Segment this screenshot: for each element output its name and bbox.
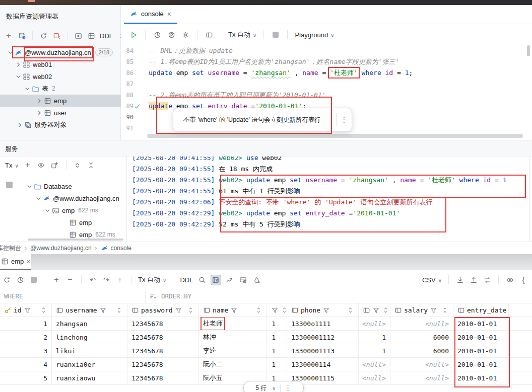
run-icon[interactable] (129, 30, 138, 39)
toolbar-item[interactable] (29, 275, 38, 284)
add-icon[interactable]: + (4, 31, 13, 40)
order-menu-icon[interactable] (149, 293, 157, 300)
toolbar-label[interactable]: Tx (5, 162, 12, 169)
eye-icon[interactable] (505, 275, 514, 284)
redo-icon[interactable]: ↷ (102, 275, 111, 284)
toolbar-item[interactable]: + (4, 31, 13, 40)
settings-icon[interactable] (181, 30, 190, 39)
editor-line-86[interactable]: 86update emp set username = 'zhangsan' ,… (121, 67, 532, 79)
pour-icon[interactable] (252, 275, 261, 284)
toolbar-item[interactable] (153, 30, 162, 39)
toolbar-item[interactable]: ↑ (115, 275, 124, 284)
filter-icon[interactable] (322, 306, 330, 314)
stop-icon[interactable] (29, 275, 38, 284)
tab-emp[interactable]: emp × (0, 254, 31, 269)
expand-all-icon[interactable] (73, 161, 82, 170)
cell-name[interactable]: 阮小二 (199, 358, 267, 371)
column-header-phone[interactable]: phone (287, 303, 359, 317)
filter-icon[interactable] (430, 306, 437, 314)
cell-salary[interactable]: 6000 (390, 344, 453, 357)
services-horizontal-scrollbar[interactable] (28, 239, 123, 241)
chevron-down-icon[interactable] (6, 48, 14, 56)
cell-id[interactable]: 5 (0, 371, 52, 384)
chevron-down-icon[interactable]: ∨ (13, 162, 18, 169)
undo-icon[interactable]: ↶ (88, 275, 97, 284)
upload-icon[interactable] (469, 275, 478, 284)
sort-icon[interactable] (187, 306, 194, 314)
cell-entry_date[interactable]: 2010-01-01 (453, 331, 509, 344)
cell-username[interactable]: ruanxia0er (52, 358, 127, 371)
toolbar-item[interactable] (39, 31, 48, 40)
explorer-tree-item-web01[interactable]: web01 (0, 58, 135, 70)
toolbar-item[interactable] (181, 30, 190, 39)
editor-horizontal-scrollbar[interactable] (147, 134, 523, 138)
sort-icon[interactable] (382, 306, 389, 314)
cell-id[interactable]: 2 (0, 331, 52, 344)
toolbar-item[interactable] (211, 275, 220, 284)
refresh-icon[interactable] (39, 31, 48, 40)
cell-col4[interactable]: 1 (267, 331, 287, 344)
toolbar-item[interactable]: DDL (180, 276, 193, 284)
chevron-down-icon[interactable]: ∨ (272, 385, 276, 391)
where-filter-input[interactable]: WHERE (4, 292, 23, 300)
toolbar-item[interactable] (483, 275, 492, 284)
toolbar-item[interactable]: Tx 自动∨ (228, 30, 256, 39)
search-icon[interactable] (197, 275, 207, 284)
log-scrollbar-track[interactable] (529, 156, 529, 242)
cell-username[interactable]: linchong (52, 331, 127, 344)
column-header-id[interactable]: id (0, 303, 52, 317)
table-icon[interactable] (87, 31, 96, 40)
sort-icon[interactable] (115, 306, 123, 314)
collapse-all-icon[interactable] (87, 161, 96, 170)
toolbar-item[interactable] (271, 30, 280, 39)
datasource-settings-icon[interactable] (17, 31, 26, 40)
toolbar-item[interactable] (197, 275, 207, 284)
cell-col4[interactable]: 1 (267, 358, 287, 371)
toolbar-label[interactable]: Playground (295, 31, 328, 39)
cell-id[interactable]: 4 (0, 358, 52, 371)
open-new-icon[interactable] (50, 161, 59, 170)
submit-icon[interactable]: ↑ (115, 275, 124, 284)
cell-col6[interactable]: 1 (359, 331, 390, 344)
column-header-unnamed[interactable] (267, 303, 287, 317)
editor-line-87[interactable]: 87 (121, 79, 532, 90)
param-icon[interactable] (167, 30, 176, 39)
cell-col6[interactable]: 1 (359, 344, 390, 357)
toolbar-item[interactable] (50, 161, 59, 170)
column-header-name[interactable]: name (199, 303, 267, 317)
minus-icon[interactable]: − (65, 275, 75, 284)
cell-col4[interactable]: 1 (267, 344, 287, 357)
toolbar-item[interactable] (238, 275, 247, 284)
chevron-down-icon[interactable]: ∨ (251, 31, 256, 39)
cell-username[interactable]: ruanxiaowu (52, 371, 127, 384)
cell-phone[interactable]: 13300001113 (287, 344, 359, 357)
toolbar-item[interactable]: Tx 自动∨ (138, 275, 166, 284)
toolbar-item[interactable]: ↷ (102, 275, 111, 284)
cell-name[interactable]: 林冲 (199, 331, 267, 344)
more-options-icon[interactable]: ⋮ (337, 115, 352, 124)
sort-icon[interactable] (255, 306, 262, 314)
toolbar-label[interactable]: Tx 自动 (228, 30, 250, 39)
cell-phone[interactable]: 13300001112 (287, 331, 359, 344)
add-icon[interactable]: + (52, 275, 61, 284)
toolbar-item[interactable] (74, 31, 83, 40)
chevron-right-icon[interactable] (14, 60, 22, 68)
chart-icon[interactable] (225, 275, 234, 284)
cell-phone[interactable]: 1330000114 (287, 358, 359, 371)
chevron-right-icon[interactable] (16, 121, 24, 129)
cell-id[interactable]: 1 (0, 317, 52, 330)
editor-line-88[interactable]: 88-- 2.将emp表的所有员工的入职日期更新为'2010-01-01' (121, 90, 532, 101)
filter-view-icon[interactable] (211, 275, 220, 284)
chevron-right-icon[interactable] (35, 97, 43, 105)
close-icon[interactable]: × (26, 258, 30, 265)
cell-salary[interactable]: <null> (390, 358, 453, 371)
filter-icon[interactable] (230, 306, 238, 314)
toolbar-item[interactable] (205, 30, 214, 39)
toolbar-item[interactable]: + (52, 275, 61, 284)
order-by-input[interactable]: ORDER BY (161, 292, 191, 300)
cell-entry_date[interactable]: 2010-01-01 (453, 344, 509, 357)
explorer-tree-item-服务器对象[interactable]: 服务器对象 (0, 119, 137, 131)
cell-col4[interactable]: 1 (267, 317, 287, 330)
compare-icon[interactable] (483, 275, 492, 284)
cell-salary[interactable]: <null> (390, 371, 453, 384)
